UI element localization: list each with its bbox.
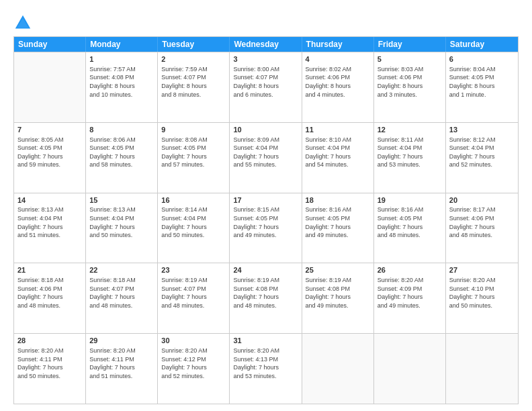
- header-day-sunday: Sunday: [14, 37, 86, 52]
- day-number: 11: [306, 125, 370, 135]
- cal-cell: 14Sunrise: 8:13 AM Sunset: 4:04 PM Dayli…: [14, 193, 86, 263]
- cell-info: Sunrise: 8:00 AM Sunset: 4:07 PM Dayligh…: [233, 65, 298, 99]
- cal-cell: 24Sunrise: 8:19 AM Sunset: 4:08 PM Dayli…: [230, 263, 302, 333]
- cal-cell: 15Sunrise: 8:13 AM Sunset: 4:04 PM Dayli…: [86, 193, 158, 263]
- cal-cell: 26Sunrise: 8:20 AM Sunset: 4:09 PM Dayli…: [374, 263, 446, 333]
- cell-info: Sunrise: 8:20 AM Sunset: 4:11 PM Dayligh…: [17, 347, 82, 380]
- cell-info: Sunrise: 7:57 AM Sunset: 4:08 PM Dayligh…: [89, 65, 154, 99]
- day-number: 29: [89, 336, 154, 346]
- day-number: 30: [161, 336, 226, 346]
- day-number: 7: [17, 125, 82, 135]
- cell-info: Sunrise: 8:12 AM Sunset: 4:04 PM Dayligh…: [449, 136, 515, 169]
- day-number: 20: [449, 195, 515, 205]
- header-day-wednesday: Wednesday: [230, 37, 302, 52]
- cal-cell: 11Sunrise: 8:10 AM Sunset: 4:04 PM Dayli…: [302, 123, 374, 193]
- day-number: 23: [161, 265, 226, 275]
- logo-icon: [13, 13, 32, 32]
- cal-cell: 31Sunrise: 8:20 AM Sunset: 4:13 PM Dayli…: [230, 334, 302, 404]
- cell-info: Sunrise: 8:05 AM Sunset: 4:05 PM Dayligh…: [17, 136, 82, 169]
- cell-info: Sunrise: 8:16 AM Sunset: 4:05 PM Dayligh…: [306, 205, 370, 239]
- cal-cell: 20Sunrise: 8:17 AM Sunset: 4:06 PM Dayli…: [446, 193, 518, 263]
- header-day-saturday: Saturday: [446, 37, 518, 52]
- cal-cell: 21Sunrise: 8:18 AM Sunset: 4:06 PM Dayli…: [14, 263, 86, 333]
- cal-cell: 1Sunrise: 7:57 AM Sunset: 4:08 PM Daylig…: [86, 52, 158, 122]
- cal-cell: 5Sunrise: 8:03 AM Sunset: 4:06 PM Daylig…: [374, 52, 446, 122]
- cal-cell: 2Sunrise: 7:59 AM Sunset: 4:07 PM Daylig…: [158, 52, 230, 122]
- cal-cell: 12Sunrise: 8:11 AM Sunset: 4:04 PM Dayli…: [374, 123, 446, 193]
- header-day-monday: Monday: [86, 37, 158, 52]
- cell-info: Sunrise: 8:03 AM Sunset: 4:06 PM Dayligh…: [378, 65, 442, 99]
- cal-cell: 7Sunrise: 8:05 AM Sunset: 4:05 PM Daylig…: [14, 123, 86, 193]
- cal-cell: [374, 334, 446, 404]
- day-number: 8: [89, 125, 154, 135]
- header: [13, 11, 519, 32]
- day-number: 15: [89, 195, 154, 205]
- cell-info: Sunrise: 8:20 AM Sunset: 4:13 PM Dayligh…: [233, 347, 298, 380]
- day-number: 14: [17, 195, 82, 205]
- cal-cell: 29Sunrise: 8:20 AM Sunset: 4:11 PM Dayli…: [86, 334, 158, 404]
- cal-cell: 4Sunrise: 8:02 AM Sunset: 4:06 PM Daylig…: [302, 52, 374, 122]
- cell-info: Sunrise: 8:20 AM Sunset: 4:10 PM Dayligh…: [449, 276, 515, 310]
- page: SundayMondayTuesdayWednesdayThursdayFrid…: [0, 0, 532, 411]
- day-number: 19: [378, 195, 442, 205]
- cell-info: Sunrise: 8:19 AM Sunset: 4:08 PM Dayligh…: [306, 276, 370, 310]
- day-number: 4: [306, 54, 370, 64]
- day-number: 17: [233, 195, 298, 205]
- day-number: 2: [161, 54, 226, 64]
- day-number: 16: [161, 195, 226, 205]
- cal-cell: [446, 334, 518, 404]
- cal-cell: 25Sunrise: 8:19 AM Sunset: 4:08 PM Dayli…: [302, 263, 374, 333]
- cell-info: Sunrise: 8:04 AM Sunset: 4:05 PM Dayligh…: [449, 65, 515, 99]
- cal-cell: 18Sunrise: 8:16 AM Sunset: 4:05 PM Dayli…: [302, 193, 374, 263]
- day-number: 1: [89, 54, 154, 64]
- cell-info: Sunrise: 8:20 AM Sunset: 4:12 PM Dayligh…: [161, 347, 226, 380]
- cell-info: Sunrise: 8:15 AM Sunset: 4:05 PM Dayligh…: [233, 205, 298, 239]
- cell-info: Sunrise: 8:11 AM Sunset: 4:04 PM Dayligh…: [378, 136, 442, 169]
- cell-info: Sunrise: 8:13 AM Sunset: 4:04 PM Dayligh…: [89, 205, 154, 239]
- cell-info: Sunrise: 8:16 AM Sunset: 4:05 PM Dayligh…: [378, 205, 442, 239]
- cal-cell: 30Sunrise: 8:20 AM Sunset: 4:12 PM Dayli…: [158, 334, 230, 404]
- cal-row-3: 14Sunrise: 8:13 AM Sunset: 4:04 PM Dayli…: [14, 193, 518, 263]
- cal-cell: 3Sunrise: 8:00 AM Sunset: 4:07 PM Daylig…: [230, 52, 302, 122]
- cell-info: Sunrise: 8:14 AM Sunset: 4:04 PM Dayligh…: [161, 205, 226, 239]
- cal-cell: 27Sunrise: 8:20 AM Sunset: 4:10 PM Dayli…: [446, 263, 518, 333]
- calendar-header: SundayMondayTuesdayWednesdayThursdayFrid…: [14, 37, 518, 52]
- day-number: 13: [449, 125, 515, 135]
- cell-info: Sunrise: 8:18 AM Sunset: 4:07 PM Dayligh…: [89, 276, 154, 310]
- cal-cell: 23Sunrise: 8:19 AM Sunset: 4:07 PM Dayli…: [158, 263, 230, 333]
- header-day-thursday: Thursday: [302, 37, 374, 52]
- day-number: 27: [449, 265, 515, 275]
- cell-info: Sunrise: 8:18 AM Sunset: 4:06 PM Dayligh…: [17, 276, 82, 310]
- logo: [13, 13, 35, 32]
- day-number: 3: [233, 54, 298, 64]
- cal-cell: 17Sunrise: 8:15 AM Sunset: 4:05 PM Dayli…: [230, 193, 302, 263]
- cal-cell: 19Sunrise: 8:16 AM Sunset: 4:05 PM Dayli…: [374, 193, 446, 263]
- cell-info: Sunrise: 8:06 AM Sunset: 4:05 PM Dayligh…: [89, 136, 154, 169]
- cell-info: Sunrise: 8:19 AM Sunset: 4:08 PM Dayligh…: [233, 276, 298, 310]
- day-number: 18: [306, 195, 370, 205]
- cal-cell: [14, 52, 86, 122]
- calendar: SundayMondayTuesdayWednesdayThursdayFrid…: [13, 36, 519, 404]
- cell-info: Sunrise: 8:10 AM Sunset: 4:04 PM Dayligh…: [306, 136, 370, 169]
- day-number: 26: [378, 265, 442, 275]
- day-number: 6: [449, 54, 515, 64]
- day-number: 22: [89, 265, 154, 275]
- cell-info: Sunrise: 8:13 AM Sunset: 4:04 PM Dayligh…: [17, 205, 82, 239]
- cell-info: Sunrise: 8:20 AM Sunset: 4:09 PM Dayligh…: [378, 276, 442, 310]
- cal-cell: 10Sunrise: 8:09 AM Sunset: 4:04 PM Dayli…: [230, 123, 302, 193]
- calendar-body: 1Sunrise: 7:57 AM Sunset: 4:08 PM Daylig…: [14, 52, 518, 404]
- cell-info: Sunrise: 8:09 AM Sunset: 4:04 PM Dayligh…: [233, 136, 298, 169]
- day-number: 28: [17, 336, 82, 346]
- cal-cell: 8Sunrise: 8:06 AM Sunset: 4:05 PM Daylig…: [86, 123, 158, 193]
- cal-cell: 13Sunrise: 8:12 AM Sunset: 4:04 PM Dayli…: [446, 123, 518, 193]
- day-number: 5: [378, 54, 442, 64]
- cal-row-1: 1Sunrise: 7:57 AM Sunset: 4:08 PM Daylig…: [14, 52, 518, 122]
- cal-row-5: 28Sunrise: 8:20 AM Sunset: 4:11 PM Dayli…: [14, 333, 518, 404]
- day-number: 25: [306, 265, 370, 275]
- day-number: 21: [17, 265, 82, 275]
- cell-info: Sunrise: 8:19 AM Sunset: 4:07 PM Dayligh…: [161, 276, 226, 310]
- day-number: 31: [233, 336, 298, 346]
- cal-cell: [302, 334, 374, 404]
- day-number: 10: [233, 125, 298, 135]
- header-day-tuesday: Tuesday: [158, 37, 230, 52]
